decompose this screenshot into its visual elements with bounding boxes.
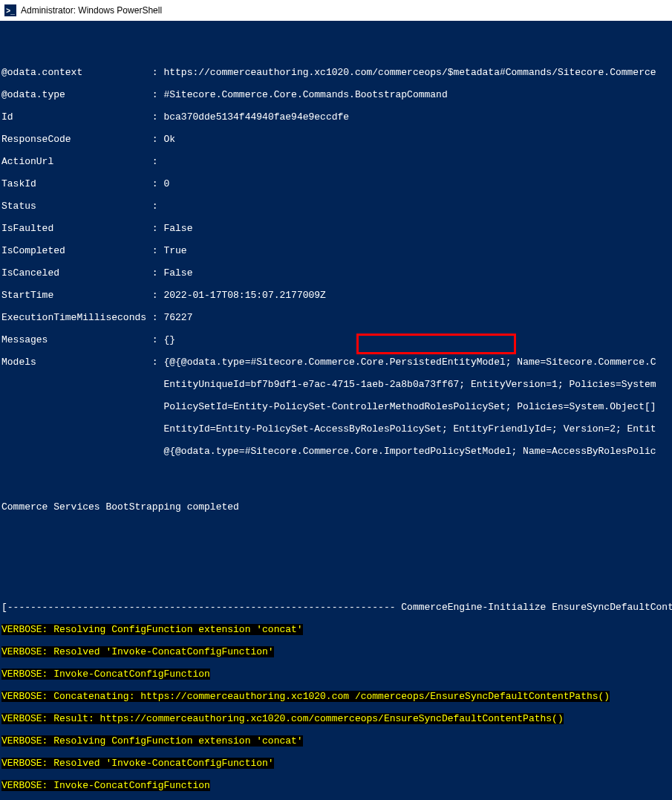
window-title-bar[interactable]: >_ Administrator: Windows PowerShell (0, 0, 672, 21)
verbose-line: VERBOSE: Resolved 'Invoke-ConcatConfigFu… (1, 758, 274, 769)
prop-val: {@{@odata.type=#Sitecore.Commerce.Core.P… (163, 357, 656, 368)
powershell-icon: >_ (4, 4, 16, 16)
verbose-line: VERBOSE: Invoke-ConcatConfigFunction (1, 780, 210, 791)
prop-val: EntityId=Entity-PolicySet-AccessByRolesP… (163, 423, 656, 435)
status-line: Commerce Services BootStrapping complete… (1, 501, 672, 513)
divider-line: [---------------------------------------… (1, 602, 672, 613)
verbose-line: VERBOSE: Invoke-ConcatConfigFunction (1, 669, 210, 680)
highlight-box-text: CommerceEngine-Initialize (401, 602, 546, 613)
verbose-line: VERBOSE: Concatenating: https://commerce… (1, 691, 610, 702)
prop-val: Ok (163, 134, 175, 145)
prop-key: ExecutionTimeMilliseconds (1, 312, 152, 323)
prop-key: IsCompleted (1, 245, 152, 256)
window-title: Administrator: Windows PowerShell (21, 5, 162, 16)
prop-val: PolicySetId=Entity-PolicySet-ControllerM… (163, 401, 656, 412)
prop-val: #Sitecore.Commerce.Core.Commands.Bootstr… (163, 89, 447, 100)
prop-val: 0 (163, 178, 169, 189)
prop-key: IsFaulted (1, 223, 152, 234)
prop-key: Models (1, 357, 152, 368)
prop-val: 76227 (163, 312, 192, 323)
prop-key: Id (1, 111, 152, 123)
prop-key: StartTime (1, 290, 152, 301)
prop-key: @odata.type (1, 89, 152, 100)
prop-val: https://commerceauthoring.xc1020.com/com… (163, 67, 656, 78)
prop-val: True (163, 245, 186, 256)
prop-val: 2022-01-17T08:15:07.2177009Z (163, 290, 325, 301)
prop-key: TaskId (1, 178, 152, 189)
prop-key (1, 401, 163, 412)
prop-key (1, 379, 163, 390)
prop-key (1, 446, 163, 457)
verbose-line: VERBOSE: Resolving ConfigFunction extens… (1, 735, 303, 747)
verbose-line: VERBOSE: Result: https://commerceauthori… (1, 713, 564, 724)
prop-key: Status (1, 201, 152, 212)
prop-key: ResponseCode (1, 134, 152, 145)
terminal-output: @odata.context : https://commerceauthori… (0, 21, 672, 800)
prop-val: False (163, 267, 192, 279)
prop-key: Messages (1, 334, 152, 345)
prop-val: EntityUniqueId=bf7b9df1-e7ac-4715-1aeb-2… (163, 379, 656, 390)
prop-key: ActionUrl (1, 156, 152, 167)
prop-key: @odata.context (1, 67, 152, 78)
prop-val: bca370dde5134f44940fae94e9eccdfe (163, 111, 349, 123)
prop-key: IsCanceled (1, 267, 152, 279)
prop-val: @{@odata.type=#Sitecore.Commerce.Core.Im… (163, 446, 656, 457)
verbose-line: VERBOSE: Resolved 'Invoke-ConcatConfigFu… (1, 646, 274, 657)
prop-key (1, 423, 163, 435)
prop-val: {} (163, 334, 175, 345)
verbose-line: VERBOSE: Resolving ConfigFunction extens… (1, 624, 303, 635)
prop-val: False (163, 223, 192, 234)
